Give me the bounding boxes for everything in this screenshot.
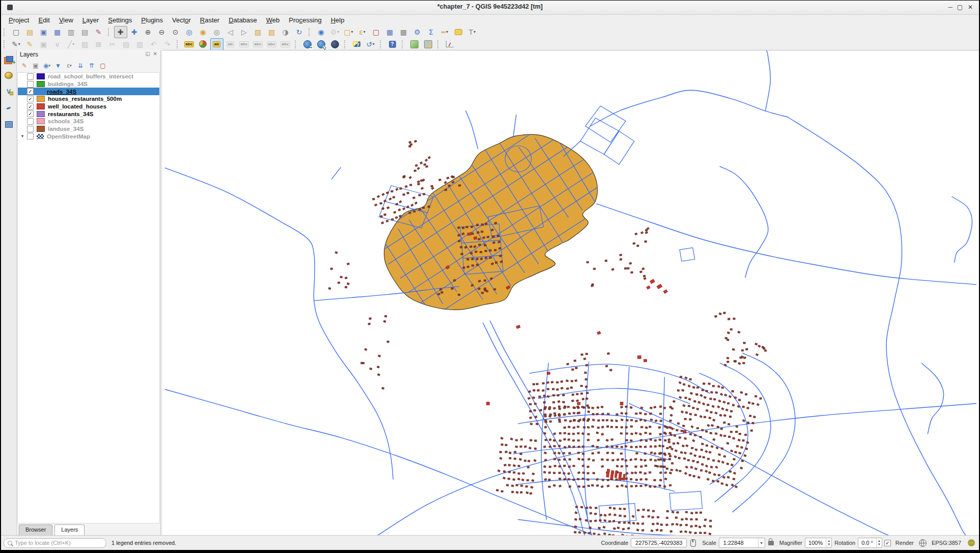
processing-history-button[interactable]: ↺▾ bbox=[364, 38, 377, 50]
render-checkbox[interactable]: ✓ bbox=[884, 540, 891, 546]
statistical-summary-button[interactable]: Σ bbox=[425, 26, 438, 38]
locate-input[interactable]: Type to locate (Ctrl+K) bbox=[4, 538, 106, 548]
chevron-down-icon[interactable]: ▾ bbox=[72, 42, 74, 46]
new-mesh-layer-button[interactable] bbox=[3, 118, 15, 130]
paste-features-button[interactable]: ▥ bbox=[133, 38, 147, 50]
chevron-down-icon[interactable]: ▾ bbox=[70, 64, 72, 68]
chevron-down-icon[interactable]: ▾ bbox=[758, 538, 765, 547]
label-toolbar-handle[interactable] bbox=[177, 40, 180, 48]
coordinate-input[interactable]: 2275725,-4029383 bbox=[631, 538, 687, 547]
layer-name[interactable]: schools_34S bbox=[48, 118, 83, 124]
layer-row-roads_34S[interactable]: ✓roads_34S bbox=[18, 88, 159, 95]
menu-processing[interactable]: Processing bbox=[284, 15, 326, 25]
menu-edit[interactable]: Edit bbox=[34, 15, 54, 25]
elevation-profile-button[interactable] bbox=[443, 38, 457, 50]
help-toolbar-handle[interactable] bbox=[380, 40, 383, 48]
messages-icon[interactable]: ⋯ bbox=[968, 539, 975, 546]
layer-visibility-checkbox[interactable] bbox=[27, 133, 34, 140]
python-console-button[interactable]: Py bbox=[350, 38, 363, 50]
layer-visibility-checkbox[interactable]: ✓ bbox=[27, 88, 34, 95]
layer-visibility-checkbox[interactable] bbox=[27, 118, 34, 125]
layer-row-OpenStreetMap[interactable]: ▼OpenStreetMap bbox=[18, 133, 159, 141]
zoom-next-button[interactable]: ▷ bbox=[238, 26, 251, 38]
layer-visibility-checkbox[interactable]: ✓ bbox=[27, 96, 34, 102]
filter-by-expression-button[interactable]: ε▾ bbox=[64, 61, 75, 71]
quickmap-toolbar-handle[interactable] bbox=[402, 40, 405, 48]
menu-view[interactable]: View bbox=[54, 15, 78, 25]
new-spatialite-layer-button[interactable]: ✒ bbox=[3, 102, 15, 114]
zoom-in-button[interactable]: ⊕ bbox=[142, 26, 155, 38]
modify-attributes-button[interactable]: ▨ bbox=[78, 38, 92, 50]
zoom-native-button[interactable]: ⊙ bbox=[169, 26, 182, 38]
layer-name[interactable]: road_school_buffers_intersect bbox=[48, 73, 133, 79]
manage-map-themes-button[interactable]: ◉▾ bbox=[41, 61, 52, 71]
text-annotation-button[interactable]: T▾ bbox=[466, 26, 479, 38]
layer-name[interactable]: restaurants_34S bbox=[48, 111, 94, 117]
zoom-last-button[interactable]: ◁ bbox=[224, 26, 237, 38]
quickmap-settings-button[interactable] bbox=[422, 38, 435, 50]
redo-button[interactable]: ↷ bbox=[161, 38, 174, 50]
data-source-manager-button[interactable] bbox=[3, 53, 15, 65]
layer-visibility-checkbox[interactable] bbox=[27, 73, 34, 80]
temporal-controller-button[interactable]: ◑ bbox=[279, 26, 292, 38]
float-panel-icon[interactable]: ◱ bbox=[146, 51, 150, 57]
lock-scale-icon[interactable] bbox=[768, 541, 774, 545]
map-navigation-toolbar-handle[interactable] bbox=[108, 28, 111, 36]
show-spatial-bookmarks-button[interactable]: ▨ bbox=[265, 26, 278, 38]
refresh-map-button[interactable]: ↻ bbox=[293, 26, 306, 38]
open-layer-styling-button[interactable]: ✎ bbox=[19, 61, 30, 71]
select-by-expression-button[interactable]: ε▾ bbox=[356, 26, 369, 38]
chevron-down-icon[interactable]: ▾ bbox=[48, 64, 50, 68]
collapse-all-button[interactable]: ⇈ bbox=[86, 61, 97, 71]
close-panel-icon[interactable]: ✕ bbox=[153, 51, 157, 57]
profile-toolbar-handle[interactable] bbox=[437, 40, 441, 48]
label-pin-button[interactable]: abc bbox=[251, 38, 265, 50]
metasearch-toolbar-handle[interactable] bbox=[295, 40, 298, 48]
layer-name[interactable]: OpenStreetMap bbox=[47, 133, 90, 140]
expander-icon[interactable]: ▼ bbox=[20, 134, 25, 139]
save-project-button[interactable]: ▣ bbox=[37, 26, 50, 38]
zoom-to-selection-button[interactable]: ◉ bbox=[197, 26, 210, 38]
layer-row-buildings_34S[interactable]: buildings_34S bbox=[18, 80, 159, 88]
zoom-out-button[interactable]: ⊖ bbox=[155, 26, 169, 38]
add-group-button[interactable]: ▣ bbox=[30, 61, 41, 71]
menu-vector[interactable]: Vector bbox=[167, 15, 195, 25]
magnifier-spinbox[interactable]: 100% ▲▼ bbox=[805, 538, 832, 548]
label-highlight-button[interactable]: ab bbox=[224, 38, 237, 50]
spinner-arrows-icon[interactable]: ▲▼ bbox=[876, 538, 882, 547]
layer-labeling-button[interactable]: abc bbox=[183, 38, 196, 50]
title-bar[interactable]: *chapter_7 - QGIS 9e45223d42 [tm] ─ ▢ ✕ bbox=[1, 1, 979, 15]
quickmap-services-button[interactable] bbox=[408, 38, 421, 50]
field-calculator-button[interactable]: ▩ bbox=[397, 26, 410, 38]
add-wms-layer-button[interactable]: + bbox=[301, 38, 314, 50]
menu-raster[interactable]: Raster bbox=[195, 15, 224, 25]
layer-visibility-checkbox[interactable] bbox=[27, 126, 34, 132]
open-project-button[interactable]: ▤ bbox=[23, 26, 37, 38]
show-layout-manager-button[interactable]: ▤ bbox=[78, 26, 92, 38]
menu-layer[interactable]: Layer bbox=[78, 15, 104, 25]
save-project-as-button[interactable]: ▦ bbox=[51, 26, 64, 38]
label-unpin-button[interactable]: abc bbox=[265, 38, 278, 50]
zoom-to-layer-button[interactable]: ◎ bbox=[210, 26, 223, 38]
run-feature-action-button[interactable]: ⚙▾ bbox=[328, 26, 342, 38]
spinner-arrows-icon[interactable]: ▲▼ bbox=[826, 538, 831, 547]
project-toolbar-handle[interactable] bbox=[4, 28, 7, 36]
deselect-features-button[interactable]: ▢ bbox=[370, 26, 383, 38]
new-shapefile-layer-button[interactable]: V bbox=[3, 86, 15, 98]
layer-name[interactable]: buildings_34S bbox=[48, 81, 88, 87]
add-feature-button[interactable]: ∨ bbox=[51, 38, 64, 50]
map-canvas[interactable] bbox=[162, 50, 979, 536]
save-layer-edits-button[interactable]: ▣ bbox=[37, 38, 50, 50]
layer-visibility-checkbox[interactable]: ✓ bbox=[27, 110, 34, 117]
crs-value[interactable]: EPSG:3857 bbox=[932, 540, 961, 546]
search-catalog-button[interactable]: Q bbox=[315, 38, 328, 50]
layer-row-houses_restaurants_500m[interactable]: ✓houses_restaurants_500m bbox=[18, 95, 159, 103]
menu-settings[interactable]: Settings bbox=[103, 15, 136, 25]
delete-selected-button[interactable]: ⊠ bbox=[92, 38, 105, 50]
labeling-options-button[interactable]: ab bbox=[210, 38, 223, 50]
layer-name[interactable]: roads_34S bbox=[47, 89, 76, 95]
current-edits-button[interactable]: ✎▾ bbox=[10, 38, 23, 50]
layer-name[interactable]: houses_restaurants_500m bbox=[48, 96, 122, 102]
layer-diagram-button[interactable] bbox=[197, 38, 210, 50]
layer-visibility-checkbox[interactable] bbox=[27, 81, 34, 88]
